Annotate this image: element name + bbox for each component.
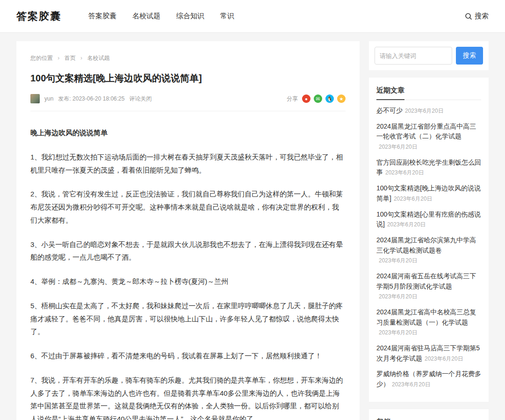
author-avatar [30,94,40,103]
header-search-button[interactable]: 搜索 [465,12,489,21]
article-paragraph: 6、不过由于屏幕被摔碎，看不清楚来电的号码，我试着在屏幕上划了一下，居然顺利接通… [30,349,346,362]
recent-post-link[interactable]: 必不可少 [376,107,403,114]
breadcrumb-category-link[interactable]: 名校试题 [87,55,109,61]
article-meta: yun 发布: 2023-06-20 18:06:25 评论关闭 分享 ● ✉ … [30,94,346,111]
recent-post-date: 2023年6月20日 [379,144,418,150]
recent-post-item: 100句文案精选[晚上海边吹风的说说简单]2023年6月20日 [376,183,481,203]
breadcrumb-separator: › [80,55,82,61]
article-paragraph: 7、我说，开车有开车的乐趣，骑车有骑车的乐趣。尤其我们骑的是共享单车，你想想，开… [30,374,346,420]
recent-post-date: 2023年6月20日 [392,381,431,388]
recent-post-item: 2024届河南省驻马店高三下学期第5次月考化学试题2023年6月20日 [376,343,481,363]
recent-post-link[interactable]: 2024届河南省五岳在线考试高三下学期5月阶段测试化学试题 [376,272,476,290]
recent-post-item: 官方回应副校长吃光学生剩饭怎么回事2023年6月20日 [376,158,481,178]
breadcrumb-prefix: 您的位置 [30,55,53,61]
header-search-label: 搜索 [475,12,489,21]
recent-posts-title: 近期文章 [376,86,404,100]
recent-post-date: 2023年6月20日 [405,108,444,114]
recent-post-item: 罗威纳价格（养罗威纳一个月花费多少）2023年6月20日 [376,369,481,389]
breadcrumb-separator: › [58,55,59,61]
sidebar: 搜索 近期文章 必不可少2023年6月20日 2024届黑龙江省部分重点高中高三… [369,41,489,420]
page-title: 100句文案精选[晚上海边吹风的说说简单] [30,72,346,85]
recent-post-item: 100句文案精选[心里有疙瘩的伤感说说]2023年6月20日 [376,210,481,230]
recent-post-date: 2023年6月20日 [379,329,418,336]
recent-post-item: 2024届河南省五岳在线考试高三下学期5月阶段测试化学试题2023年6月20日 [376,271,481,302]
search-icon [465,13,472,20]
share-qzone-icon[interactable]: ★ [337,94,346,103]
article-body: 晚上海边吹风的说说简单 1、我幻想过无数次拍下运动场后面的一排大树在春天抽芽到夏… [30,111,346,420]
sidebar-search-button[interactable]: 搜索 [456,47,483,65]
recent-post-item: 必不可少2023年6月20日 [376,106,481,116]
article-card: 您的位置 › 首页 › 名校试题 100句文案精选[晚上海边吹风的说说简单] y… [16,41,360,420]
archive-title: 归档 [376,418,390,420]
article-paragraph: 3、小吴一听自己的暗恋对象不想去，于是就跟大伙儿说那我也不想去了，在海上漂得我到… [30,238,346,264]
recent-posts-card: 近期文章 必不可少2023年6月20日 2024届黑龙江省部分重点高中高三一轮收… [369,78,489,402]
recent-post-date: 2023年6月20日 [387,221,426,228]
nav-item-school-papers[interactable]: 名校试题 [132,12,160,21]
comments-status: 评论关闭 [129,95,152,103]
recent-post-link[interactable]: 2024届黑龙江省部分重点高中高三一轮收官考试（二）化学试题 [376,123,476,140]
recent-post-item: 2024届黑龙江省高中名校高三总复习质量检测试题（一）化学试题2023年6月20… [376,307,481,338]
share-bar: 分享 ● ✉ 🐧 ★ [287,94,346,103]
archive-card: 归档 [369,409,489,420]
share-wechat-icon[interactable]: ✉ [314,94,322,103]
page-body: 您的位置 › 首页 › 名校试题 100句文案精选[晚上海边吹风的说说简单] y… [0,33,505,420]
site-logo[interactable]: 答案胶囊 [16,9,61,23]
nav-item-answer-capsule[interactable]: 答案胶囊 [88,12,116,21]
share-qq-icon[interactable]: 🐧 [325,94,334,103]
recent-post-date: 2023年6月20日 [425,355,463,362]
breadcrumb-home-link[interactable]: 首页 [65,55,76,61]
recent-post-link[interactable]: 2024届黑龙江省哈尔滨第九中学高三化学试题检测试题卷 [376,236,476,254]
share-weibo-icon[interactable]: ● [302,94,310,103]
sidebar-search-card: 搜索 [369,41,489,70]
recent-posts-title-row: 近期文章 [376,86,481,100]
nav-item-common-sense[interactable]: 常识 [220,12,234,21]
article-paragraph: 5、梧桐山实在是太高了，不太好爬，我和妹妹爬过一次后，在家里哼哼唧唧休息了几天，… [30,299,346,338]
article-subtitle: 晚上海边吹风的说说简单 [30,126,346,139]
recent-post-link[interactable]: 2024届黑龙江省高中名校高三总复习质量检测试题（一）化学试题 [376,308,476,326]
recent-post-item: 2024届黑龙江省哈尔滨第九中学高三化学试题检测试题卷2023年6月20日 [376,235,481,266]
sidebar-search-input[interactable] [375,47,452,65]
nav-item-general-knowledge[interactable]: 综合知识 [176,12,204,21]
recent-posts-list: 必不可少2023年6月20日 2024届黑龙江省部分重点高中高三一轮收官考试（二… [376,106,481,390]
publish-date: 发布: 2023-06-20 18:06:25 [58,95,124,103]
recent-post-date: 2023年6月20日 [394,196,433,202]
breadcrumb: 您的位置 › 首页 › 名校试题 [30,54,346,62]
recent-post-date: 2023年6月20日 [379,257,418,264]
top-nav-bar: 答案胶囊 答案胶囊 名校试题 综合知识 常识 搜索 [0,0,505,33]
recent-post-item: 2024届黑龙江省部分重点高中高三一轮收官考试（二）化学试题2023年6月20日 [376,122,481,152]
share-label: 分享 [287,95,298,103]
recent-post-date: 2023年6月20日 [385,169,424,176]
article-paragraph: 2、我说，管它有没有发生过，反正也没法验证，我们就自己尊称我们自己为这样的第一人… [30,188,346,226]
article-paragraph: 4、举例：成都～九寨沟、黄龙～郎木寺～拉卜楞寺(夏河)～兰州 [30,275,346,288]
article-paragraph: 1、我幻想过无数次拍下运动场后面的一排大树在春天抽芽到夏天茂盛秋天落叶，可我已然… [30,151,346,177]
main-nav: 答案胶囊 名校试题 综合知识 常识 [88,12,250,21]
author-name: yun [44,95,53,102]
recent-post-date: 2023年6月20日 [379,293,418,300]
archive-title-row: 归档 [376,418,481,420]
